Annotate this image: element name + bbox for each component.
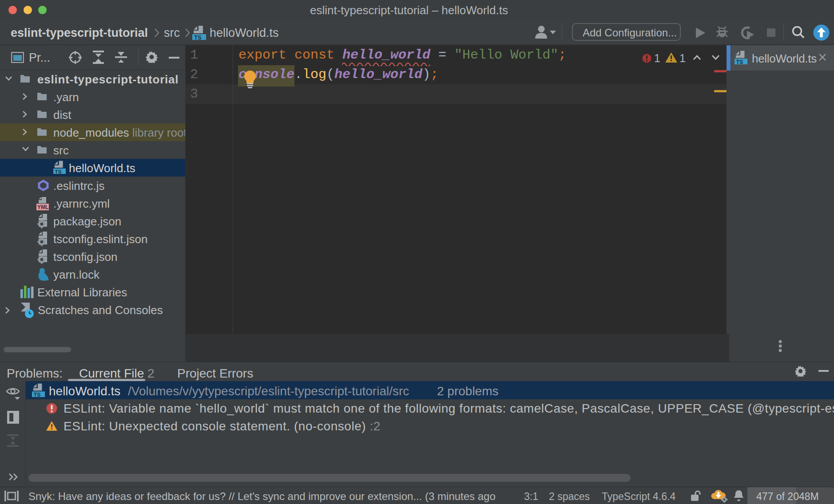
- svg-text:YML: YML: [37, 204, 48, 210]
- svg-text:TS: TS: [194, 34, 202, 40]
- svg-text:TS: TS: [55, 169, 62, 174]
- svg-text:TS: TS: [34, 392, 41, 397]
- svg-text:TS: TS: [736, 59, 743, 64]
